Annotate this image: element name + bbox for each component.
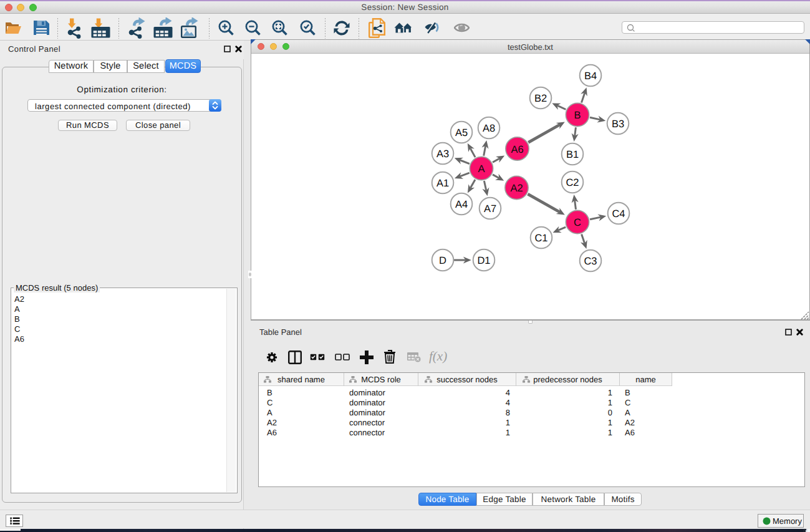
svg-text:A8: A8 (483, 123, 495, 134)
svg-text:A5: A5 (455, 127, 468, 138)
svg-text:B2: B2 (534, 93, 547, 104)
svg-text:A3: A3 (436, 148, 449, 160)
svg-text:C1: C1 (534, 233, 547, 244)
svg-text:A1: A1 (436, 178, 449, 189)
svg-text:D: D (439, 255, 446, 266)
svg-text:A: A (478, 163, 485, 175)
svg-text:A4: A4 (455, 199, 468, 210)
svg-text:A7: A7 (484, 203, 496, 215)
svg-text:B: B (574, 110, 581, 121)
svg-text:B1: B1 (566, 149, 579, 160)
svg-text:C3: C3 (584, 256, 597, 267)
svg-text:B3: B3 (612, 118, 624, 130)
svg-text:C2: C2 (566, 177, 579, 188)
svg-text:C4: C4 (612, 208, 625, 220)
svg-text:A6: A6 (511, 144, 523, 155)
svg-text:C: C (574, 217, 581, 228)
svg-text:f(x): f(x) (429, 350, 447, 364)
svg-text:D1: D1 (477, 255, 490, 266)
svg-text:B4: B4 (584, 70, 597, 82)
svg-text:A2: A2 (510, 183, 523, 194)
